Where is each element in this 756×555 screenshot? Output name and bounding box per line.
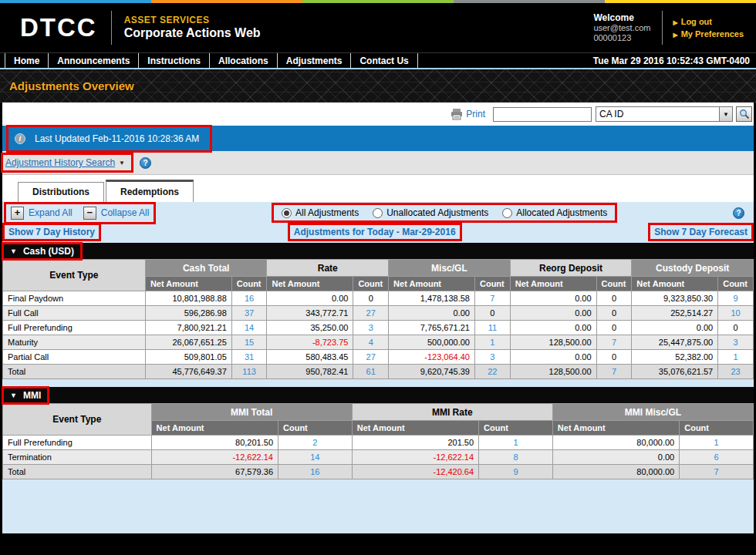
count-link[interactable]: 8	[479, 450, 553, 465]
nav-item-contact-us[interactable]: Contact Us	[351, 53, 417, 68]
stripe-gray	[454, 0, 605, 3]
count-link[interactable]: 9	[718, 291, 754, 306]
net-amount-cell: -12,622.14	[151, 450, 278, 465]
annotation-expand-collapse: + Expand All − Collapse All	[4, 202, 156, 224]
product-title: Corporate Actions Web	[124, 26, 261, 40]
stripe-yellow	[605, 0, 756, 3]
logout-link[interactable]: ▶Log out	[673, 15, 744, 29]
show-7-day-history-link[interactable]: Show 7 Day History	[8, 227, 95, 237]
collapse-triangle-icon[interactable]: ▼	[10, 247, 17, 255]
count-link[interactable]: 37	[231, 306, 267, 321]
dropdown-selected-value: CA ID	[596, 109, 719, 119]
annotation-history-search: Adjustment History Search ▼	[1, 153, 133, 173]
count-link[interactable]: 27	[353, 306, 389, 321]
count-link[interactable]: 3	[718, 335, 754, 350]
sub-header: Count	[680, 421, 754, 436]
count-link[interactable]: 11	[474, 321, 510, 335]
count-link[interactable]: 9	[479, 465, 553, 479]
count-link[interactable]: 16	[231, 291, 267, 306]
sub-header: Count	[353, 277, 389, 291]
collapse-all-button[interactable]: −	[83, 207, 96, 220]
table-row: Total67,579.3616-12,420.64980,000.007	[3, 465, 754, 479]
adjustments-for-today-link[interactable]: Adjustments for Today - Mar-29-2016	[294, 227, 456, 237]
count-link[interactable]: 7	[596, 335, 632, 350]
count-link[interactable]: 2	[278, 436, 353, 450]
tab-distributions[interactable]: Distributions	[18, 182, 104, 202]
count-link[interactable]: 22	[474, 365, 510, 379]
count-link[interactable]: 1	[680, 436, 754, 450]
nav-item-announcements[interactable]: Announcements	[49, 53, 139, 68]
expand-all-label[interactable]: Expand All	[29, 207, 73, 218]
group-header: Reorg Deposit	[510, 260, 632, 277]
group-header: Misc/GL	[389, 260, 511, 277]
event-type-cell: Termination	[3, 450, 152, 465]
net-amount-cell: 80,000.00	[552, 436, 679, 450]
count-link[interactable]: 1	[479, 436, 553, 450]
net-amount-cell: -8,723.75	[267, 335, 353, 350]
radio-circle-icon[interactable]	[502, 208, 512, 218]
content-panel: + Expand All − Collapse All All Adjustme…	[2, 202, 754, 533]
my-preferences-link[interactable]: ▶My Preferences	[673, 28, 744, 41]
nav-item-allocations[interactable]: Allocations	[210, 53, 278, 68]
net-amount-cell: 0.00	[510, 350, 596, 365]
count-cell: 0	[353, 291, 389, 306]
help-icon[interactable]: ?	[733, 207, 744, 219]
count-link[interactable]: 3	[474, 350, 510, 365]
radio-circle-icon[interactable]	[373, 208, 383, 218]
count-link[interactable]: 7	[596, 365, 632, 379]
net-amount-cell: 10,801,988.88	[145, 291, 231, 306]
sub-header: Count	[231, 277, 267, 291]
count-link[interactable]: 113	[231, 365, 267, 379]
count-link[interactable]: 14	[278, 450, 353, 465]
count-link[interactable]: 7	[474, 291, 510, 306]
radio-all-adjustments[interactable]: All Adjustments	[282, 207, 359, 218]
mmi-section-bar: ▼ MMI	[2, 387, 754, 403]
radio-allocated-adjustments[interactable]: Allocated Adjustments	[502, 207, 607, 218]
tab-redemptions[interactable]: Redemptions	[106, 180, 194, 202]
count-link[interactable]: 7	[680, 465, 754, 479]
count-link[interactable]: 6	[680, 450, 754, 465]
count-link[interactable]: 23	[718, 365, 754, 379]
radio-circle-icon[interactable]	[282, 208, 292, 218]
table-row: Full Prerefunding7,800,921.211435,250.00…	[3, 321, 754, 335]
count-link[interactable]: 16	[278, 465, 353, 479]
count-link[interactable]: 27	[353, 350, 389, 365]
net-amount-cell: 0.00	[510, 306, 596, 321]
net-amount-cell: 35,250.00	[267, 321, 353, 335]
nav-item-adjustments[interactable]: Adjustments	[278, 53, 352, 68]
collapse-all-label[interactable]: Collapse All	[101, 207, 150, 218]
sub-header: Net Amount	[510, 277, 596, 291]
count-link[interactable]: 31	[231, 350, 267, 365]
nav-item-home[interactable]: Home	[5, 53, 49, 68]
logo-divider	[111, 11, 112, 45]
nav-item-instructions[interactable]: Instructions	[139, 53, 210, 68]
count-link[interactable]: 1	[718, 350, 754, 365]
annotation-show-forecast: Show 7 Day Forecast	[648, 223, 754, 241]
annotation-cash-label: ▼ Cash (USD)	[2, 242, 83, 261]
search-category-dropdown[interactable]: CA ID ▼	[596, 106, 733, 122]
count-link[interactable]: 1	[474, 335, 510, 350]
adjustment-history-search-link[interactable]: Adjustment History Search	[5, 157, 115, 168]
table-row: Maturity26,067,651.2515-8,723.754500,000…	[3, 335, 754, 350]
net-amount-cell: 26,067,651.25	[145, 335, 231, 350]
count-link[interactable]: 4	[353, 335, 389, 350]
count-link[interactable]: 14	[231, 321, 267, 335]
count-link[interactable]: 10	[718, 306, 754, 321]
net-amount-cell: 9,620,745.39	[389, 365, 475, 379]
search-button[interactable]	[736, 106, 752, 122]
count-link[interactable]: 3	[353, 321, 389, 335]
print-button[interactable]: Print	[451, 109, 485, 120]
count-link[interactable]: 61	[353, 365, 389, 379]
event-type-cell: Final Paydown	[3, 291, 146, 306]
group-header: Cash Total	[145, 260, 267, 277]
show-7-day-forecast-link[interactable]: Show 7 Day Forecast	[654, 227, 748, 237]
count-link[interactable]: 15	[231, 335, 267, 350]
net-amount-cell: 9,323,850.30	[632, 291, 718, 306]
group-header: Rate	[267, 260, 389, 277]
expand-all-button[interactable]: +	[11, 207, 24, 220]
collapse-triangle-icon[interactable]: ▼	[10, 392, 17, 399]
radio-unallocated-adjustments[interactable]: Unallocated Adjustments	[373, 207, 488, 218]
magnifier-icon	[739, 109, 750, 119]
ca-search-input[interactable]	[493, 107, 592, 122]
help-icon[interactable]: ?	[140, 157, 151, 169]
